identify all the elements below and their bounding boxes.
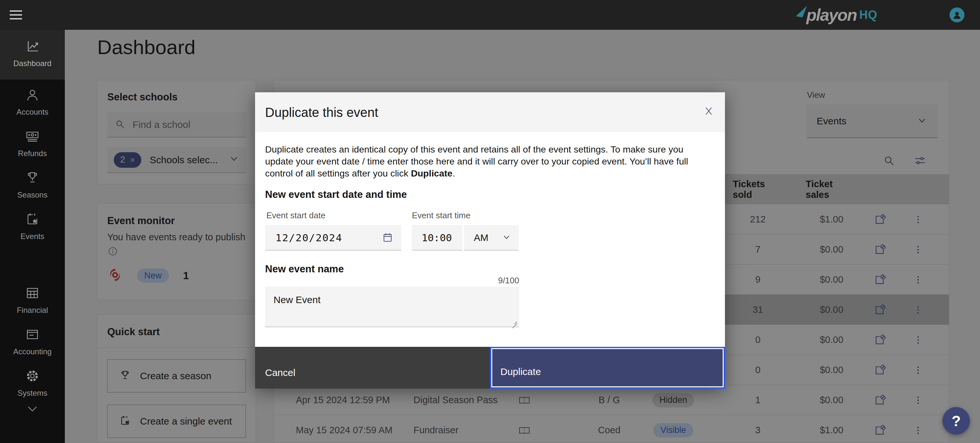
sidebar-item-label: Systems [18, 389, 47, 398]
new-event-name-value: New Event [274, 294, 320, 305]
help-icon: ? [951, 412, 961, 430]
sidebar-item-label: Financial [17, 306, 48, 315]
gear-icon [25, 368, 40, 389]
logo-playon-text: playon [806, 5, 857, 25]
report-icon [25, 327, 40, 347]
chart-line-icon [25, 39, 40, 59]
sidebar-item-refunds[interactable]: Refunds [0, 122, 65, 164]
sidebar-item-label: Seasons [17, 191, 47, 200]
sidebar-item-systems[interactable]: Systems [0, 362, 65, 403]
user-icon [25, 87, 40, 108]
sidebar-collapse-chevron[interactable] [0, 405, 65, 415]
event-start-date-input[interactable]: 12/20/2024 [265, 225, 401, 250]
sidebar-item-label: Accounting [13, 347, 52, 356]
modal-header: Duplicate this event [255, 92, 725, 132]
event-start-time-label: Event start time [412, 211, 471, 221]
modal-description: Duplicate creates an identical copy of t… [265, 143, 710, 179]
sidebar-item-label: Events [21, 232, 44, 241]
logo-hq-text: HQ [859, 8, 878, 22]
grid-table-icon [25, 286, 40, 306]
sidebar-item-financial[interactable]: Financial [0, 279, 65, 321]
sidebar-item-label: Refunds [18, 149, 47, 158]
sidebar-item-accounts[interactable]: Accounts [0, 81, 65, 122]
chevron-down-icon [26, 405, 39, 415]
meridiem-select[interactable]: AM [464, 225, 519, 250]
resize-handle-icon[interactable] [511, 319, 517, 325]
duplicate-button[interactable]: Duplicate [490, 347, 725, 389]
section-heading-datetime: New event start date and time [265, 189, 407, 200]
event-start-time-input[interactable]: 10:00 [412, 225, 463, 250]
description-bold: Duplicate [411, 168, 452, 178]
char-counter: 9/100 [265, 276, 519, 286]
sidebar-nav: Dashboard Accounts Refunds Seasons Event… [0, 30, 65, 443]
calendar-star-icon [25, 212, 40, 232]
new-event-name-textarea[interactable]: New Event [265, 287, 519, 327]
modal-title: Duplicate this event [265, 105, 378, 120]
money-icon [25, 129, 40, 149]
sidebar-item-dashboard[interactable]: Dashboard [0, 30, 65, 79]
cancel-button[interactable]: Cancel [255, 347, 490, 389]
trophy-icon [25, 170, 40, 191]
duplicate-event-modal: Duplicate this event Duplicate creates a… [255, 92, 725, 389]
topbar: playon HQ [0, 0, 980, 30]
event-start-date-label: Event start date [266, 211, 325, 221]
modal-body: Duplicate creates an identical copy of t… [255, 132, 725, 347]
menu-icon[interactable] [10, 8, 25, 22]
app-logo: playon HQ [795, 0, 878, 30]
close-button[interactable] [701, 103, 716, 119]
meridiem-value: AM [474, 232, 488, 243]
sidebar-item-accounting[interactable]: Accounting [0, 321, 65, 362]
modal-footer: Cancel Duplicate [255, 347, 725, 389]
close-icon [703, 106, 714, 117]
sidebar-item-seasons[interactable]: Seasons [0, 164, 65, 205]
event-start-date-value: 12/20/2024 [275, 232, 342, 243]
calendar-icon [382, 232, 393, 243]
event-start-time-value: 10:00 [422, 232, 452, 243]
sidebar-item-label: Accounts [16, 108, 49, 117]
chevron-down-icon [502, 234, 511, 241]
help-button[interactable]: ? [942, 407, 970, 435]
sidebar-item-events[interactable]: Events [0, 205, 65, 247]
section-heading-name: New event name [265, 263, 344, 275]
user-avatar-icon[interactable] [950, 8, 964, 22]
sidebar-item-label: Dashboard [13, 59, 51, 68]
